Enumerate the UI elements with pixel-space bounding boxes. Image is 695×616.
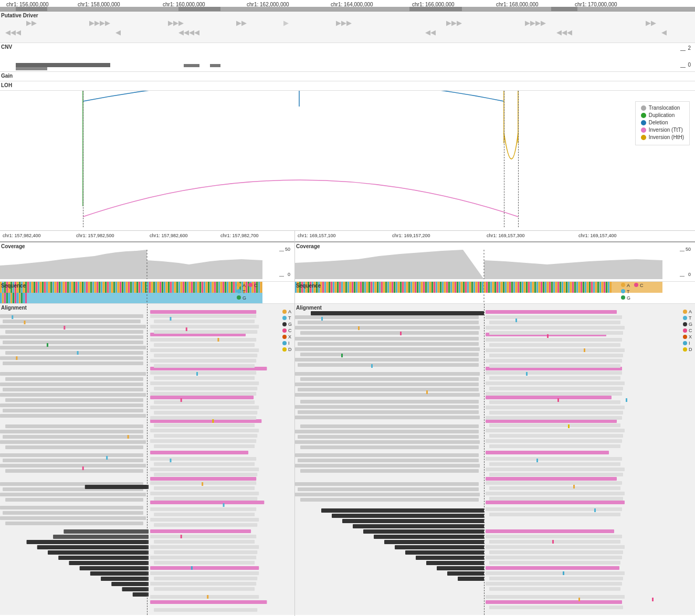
breakpoint-line-right2 [518,91,519,227]
svg-rect-167 [27,540,149,544]
svg-text:G: G [243,295,246,301]
svg-rect-534 [486,468,625,471]
svg-rect-498 [295,440,480,444]
gene-arrow: ▶▶▶ [446,19,462,27]
svg-rect-176 [122,587,149,591]
svg-rect-190 [0,372,146,376]
cnv-label: CNV [1,44,12,50]
svg-rect-134 [0,293,2,304]
svg-rect-466 [363,529,484,534]
svg-rect-377 [478,282,479,293]
svg-rect-215 [5,522,143,525]
svg-rect-185 [3,341,143,344]
svg-rect-407 [539,282,540,293]
gain-track: Gain [0,72,695,81]
svg-rect-474 [447,571,484,576]
svg-rect-250 [150,518,259,522]
svg-rect-524 [486,406,625,409]
svg-rect-561 [547,334,549,338]
svg-rect-233 [154,411,257,415]
svg-rect-353 [427,282,429,293]
svg-rect-303 [322,282,324,293]
svg-rect-187 [5,351,143,355]
svg-rect-364 [450,282,452,293]
svg-rect-562 [584,348,585,352]
legend-item-duplication: Duplication [641,112,684,118]
gain-label: Gain [1,73,13,79]
svg-rect-386 [494,282,496,293]
svg-rect-175 [111,582,149,586]
legend-a-label: A [288,309,291,314]
svg-rect-492 [295,405,479,409]
svg-rect-327 [373,282,374,293]
svg-rect-336 [392,282,393,293]
right-coverage-label: Coverage [296,243,320,249]
svg-rect-322 [362,282,364,293]
svg-rect-321 [360,282,362,293]
svg-rect-210 [0,493,146,496]
svg-rect-312 [341,282,343,293]
svg-rect-115 [225,282,226,293]
left-coverage-svg [0,250,262,279]
svg-rect-351 [423,282,425,293]
svg-rect-515 [489,354,623,357]
svg-rect-57 [103,282,104,293]
svg-rect-325 [368,282,370,293]
svg-rect-275 [186,327,187,331]
svg-rect-263 [154,608,257,612]
svg-rect-493 [298,410,479,414]
svg-rect-60 [109,282,111,293]
svg-rect-484 [295,358,479,362]
svg-rect-39 [65,282,67,293]
left-coverage-0-dash: — [279,273,284,279]
svg-rect-197 [3,409,143,412]
svg-rect-356 [434,282,435,293]
svg-rect-319 [356,282,357,293]
svg-rect-497 [298,435,479,439]
svg-rect-100 [193,282,195,293]
svg-rect-520 [486,381,625,385]
svg-rect-267 [64,326,65,330]
svg-rect-82 [155,282,157,293]
svg-rect-455 [486,451,609,454]
svg-rect-198 [0,414,146,418]
loh-label: LOH [1,82,12,88]
alignment-legend: A T G C X [282,309,292,353]
sv-track: Translocation Duplication Deletion Inver… [0,91,695,227]
svg-rect-477 [298,321,479,324]
svg-rect-361 [444,282,446,293]
svg-rect-270 [16,356,17,360]
svg-text:C: C [254,283,258,288]
svg-rect-431 [589,282,591,293]
svg-rect-276 [217,338,219,342]
deletion-label: Deletion [649,120,668,125]
svg-rect-572 [626,398,627,402]
svg-rect-464 [342,519,484,523]
svg-rect-200 [0,430,143,433]
svg-rect-83 [157,282,159,293]
svg-rect-46 [80,282,81,293]
left-ruler-tick-3: chr1: 157,982,600 [150,233,188,238]
legend-c-label: C [288,328,292,333]
svg-marker-4 [0,250,147,279]
svg-rect-133 [0,293,262,304]
svg-rect-199 [5,424,143,428]
svg-rect-527 [489,423,620,427]
svg-rect-144 [21,293,23,304]
svg-rect-418 [562,282,563,293]
svg-rect-421 [568,282,570,293]
svg-rect-165 [150,566,259,570]
svg-marker-286 [295,250,484,279]
svg-rect-120 [235,282,237,293]
svg-rect-454 [486,419,617,423]
svg-rect-284 [191,566,193,570]
svg-rect-214 [0,516,146,520]
svg-rect-522 [486,392,622,396]
svg-rect-414 [553,282,555,293]
svg-rect-348 [417,282,418,293]
svg-rect-571 [578,598,580,601]
svg-rect-188 [0,356,143,360]
svg-rect-131 [258,282,260,293]
svg-rect-560 [515,318,517,322]
svg-rect-73 [136,282,138,293]
